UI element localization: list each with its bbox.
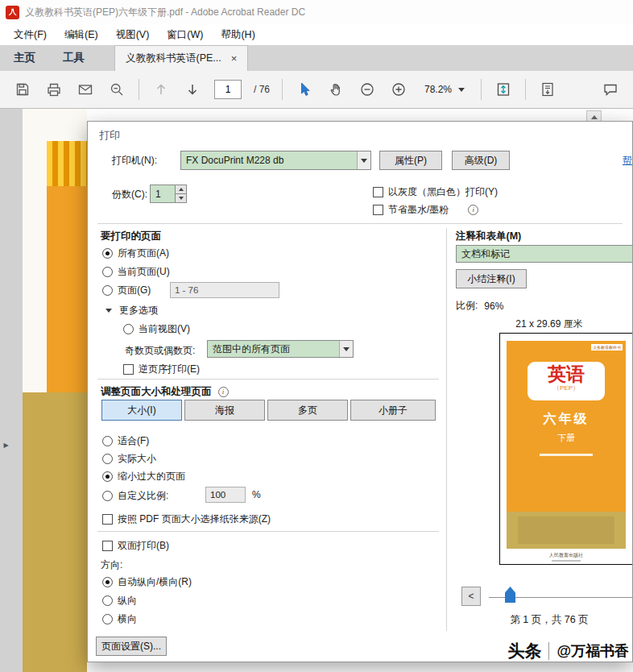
menu-file[interactable]: 文件(F) — [5, 25, 56, 45]
radio-fit[interactable]: 适合(F) — [102, 434, 149, 448]
comments-section-heading: 注释和表单(M) — [456, 230, 521, 243]
radio-shrink-oversized[interactable]: 缩小过大的页面 — [102, 470, 185, 483]
radio-indicator — [102, 491, 113, 501]
radio-current-view[interactable]: 当前视图(V) — [123, 322, 190, 336]
copies-value: 1 — [151, 185, 175, 202]
radio-all-pages[interactable]: 所有页面(A) — [102, 247, 169, 260]
radio-indicator — [102, 614, 113, 624]
preview-slider-thumb[interactable] — [505, 587, 515, 603]
copies-stepper[interactable]: 1 — [150, 185, 187, 203]
cover-publisher: 人民教育出版社 — [507, 552, 626, 559]
radio-landscape[interactable]: 横向 — [102, 612, 137, 626]
arrow-down-icon — [179, 197, 184, 200]
save-button[interactable] — [13, 77, 32, 102]
tab-home[interactable]: 主页 — [0, 45, 49, 71]
more-options-label: 更多选项 — [119, 304, 158, 317]
cover-deco-line — [540, 454, 593, 456]
select-tool-icon[interactable] — [295, 77, 314, 102]
page-export-icon[interactable] — [538, 77, 557, 102]
previous-page-button[interactable] — [151, 77, 171, 102]
page-number-input[interactable] — [214, 80, 242, 99]
tab-document[interactable]: 义教教科书英语(PE... × — [114, 45, 248, 71]
print-button[interactable] — [44, 77, 64, 102]
info-icon[interactable] — [468, 205, 478, 215]
watermark-brand: 头条 — [507, 640, 541, 662]
help-link[interactable]: 帮 — [623, 154, 632, 168]
hand-tool-icon[interactable] — [326, 77, 345, 102]
odd-even-select[interactable]: 范围中的所有页面 — [207, 340, 354, 358]
comment-tool-icon[interactable] — [601, 77, 620, 102]
preview-page-info: 第 1 页，共 76 页 — [466, 613, 632, 627]
preview-previous-button[interactable]: < — [461, 587, 481, 606]
radio-portrait[interactable]: 纵向 — [102, 594, 137, 608]
checkbox-label: 逆页序打印(E) — [139, 363, 200, 376]
cover-grade: 六年级 — [507, 411, 626, 428]
checkbox-indicator — [373, 205, 383, 215]
printer-select[interactable]: FX DocuPrint M228 db — [180, 151, 371, 170]
close-icon[interactable]: × — [231, 52, 238, 64]
cover-tan-area — [23, 392, 87, 672]
radio-current-page[interactable]: 当前页面(U) — [102, 265, 170, 279]
checkbox-reverse-order[interactable]: 逆页序打印(E) — [123, 363, 200, 376]
info-icon[interactable] — [218, 387, 229, 397]
checkbox-indicator — [102, 541, 113, 551]
multiple-button[interactable]: 多页 — [267, 400, 348, 421]
checkbox-duplex[interactable]: 双面打印(B) — [102, 539, 169, 553]
tab-bar: 主页 工具 义教教科书英语(PE... × — [0, 45, 633, 71]
printer-select-value: FX DocuPrint M228 db — [181, 151, 357, 169]
printer-advanced-button[interactable]: 高级(D) — [452, 151, 510, 170]
menu-edit[interactable]: 编辑(E) — [56, 25, 107, 45]
radio-label: 实际大小 — [118, 452, 156, 466]
divider — [97, 223, 623, 224]
checkbox-grayscale[interactable]: 以灰度（黑白色）打印(Y) — [373, 185, 498, 199]
page-margin — [23, 109, 87, 141]
watermark: 头条 @万福书香 — [507, 640, 629, 662]
printer-label: 打印机(N): — [112, 154, 157, 168]
radio-custom-scale[interactable]: 自定义比例: — [102, 489, 168, 503]
cover-orange-area — [23, 186, 87, 392]
booklet-button[interactable]: 小册子 — [350, 400, 436, 421]
poster-button[interactable]: 海报 — [184, 400, 265, 421]
page-setup-button[interactable]: 页面设置(S)... — [96, 637, 167, 656]
spinner-up-button[interactable] — [176, 185, 186, 193]
toolbar-separator — [525, 79, 526, 100]
zoom-out-tool-icon[interactable] — [107, 77, 126, 102]
menu-view[interactable]: 视图(V) — [107, 25, 159, 45]
summarize-comments-button[interactable]: 小结注释(I) — [456, 269, 527, 288]
scale-readout: 比例: 96% — [456, 299, 503, 313]
cover-edition: （PEP） — [528, 384, 605, 392]
title-bar: 义教教科书英语(PEP)六年级下册.pdf - Adobe Acrobat Re… — [0, 0, 633, 24]
zoom-level-select[interactable]: 78.2% — [420, 81, 469, 97]
dialog-title: 打印 — [99, 128, 120, 143]
arrow-up-icon — [179, 188, 184, 191]
page-scrolling-view-icon[interactable] — [494, 77, 513, 102]
tab-document-label: 义教教科书英语(PE... — [126, 52, 221, 65]
more-options-toggle[interactable]: 更多选项 — [106, 304, 158, 317]
email-button[interactable] — [76, 77, 95, 102]
chevron-down-icon — [357, 151, 370, 169]
printer-properties-button[interactable]: 属性(P) — [379, 151, 442, 170]
radio-auto-orientation[interactable]: 自动纵向/横向(R) — [102, 575, 192, 589]
chevron-down-icon — [106, 309, 112, 313]
window-title: 义教教科书英语(PEP)六年级下册.pdf - Adobe Acrobat Re… — [25, 6, 305, 19]
tab-tools[interactable]: 工具 — [49, 45, 98, 71]
size-button[interactable]: 大小(I) — [101, 400, 182, 421]
menu-bar: 文件(F) 编辑(E) 视图(V) 窗口(W) 帮助(H) — [0, 24, 633, 45]
checkbox-paper-source[interactable]: 按照 PDF 页面大小选择纸张来源(Z) — [102, 512, 271, 526]
zoom-in-button[interactable] — [389, 77, 408, 102]
page-range-input[interactable] — [170, 282, 279, 298]
menu-help[interactable]: 帮助(H) — [212, 25, 263, 45]
menu-window[interactable]: 窗口(W) — [158, 25, 212, 45]
print-preview: 义务教育教科书 英语 （PEP） 六年级 下册 人民教育出版社 — [499, 333, 633, 565]
zoom-out-button[interactable] — [358, 77, 377, 102]
radio-actual-size[interactable]: 实际大小 — [102, 452, 156, 466]
comments-select[interactable]: 文档和标记 — [456, 245, 633, 263]
spinner-down-button[interactable] — [176, 193, 186, 202]
radio-label: 纵向 — [118, 594, 137, 608]
toolbar-separator — [139, 79, 139, 100]
radio-page-range[interactable]: 页面(G) — [102, 284, 151, 297]
checkbox-save-ink[interactable]: 节省墨水/墨粉 — [373, 203, 478, 217]
next-page-button[interactable] — [183, 77, 202, 102]
custom-scale-input[interactable] — [205, 487, 246, 503]
sidebar-expand-button[interactable]: ▶ — [1, 435, 11, 454]
